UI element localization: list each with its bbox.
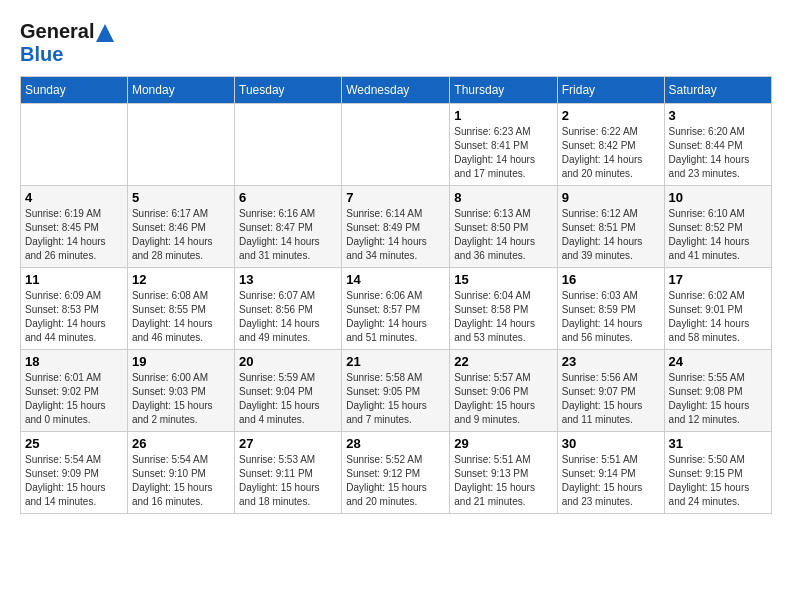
day-info: Sunrise: 6:08 AM Sunset: 8:55 PM Dayligh…: [132, 289, 230, 345]
day-cell: 3Sunrise: 6:20 AM Sunset: 8:44 PM Daylig…: [664, 104, 771, 186]
day-cell: 22Sunrise: 5:57 AM Sunset: 9:06 PM Dayli…: [450, 350, 557, 432]
day-info: Sunrise: 5:57 AM Sunset: 9:06 PM Dayligh…: [454, 371, 552, 427]
day-number: 21: [346, 354, 445, 369]
day-cell: 10Sunrise: 6:10 AM Sunset: 8:52 PM Dayli…: [664, 186, 771, 268]
day-info: Sunrise: 5:58 AM Sunset: 9:05 PM Dayligh…: [346, 371, 445, 427]
day-number: 15: [454, 272, 552, 287]
day-number: 29: [454, 436, 552, 451]
day-cell: 12Sunrise: 6:08 AM Sunset: 8:55 PM Dayli…: [127, 268, 234, 350]
day-number: 16: [562, 272, 660, 287]
day-cell: 2Sunrise: 6:22 AM Sunset: 8:42 PM Daylig…: [557, 104, 664, 186]
col-header-monday: Monday: [127, 77, 234, 104]
day-number: 1: [454, 108, 552, 123]
day-info: Sunrise: 6:00 AM Sunset: 9:03 PM Dayligh…: [132, 371, 230, 427]
day-cell: 31Sunrise: 5:50 AM Sunset: 9:15 PM Dayli…: [664, 432, 771, 514]
day-info: Sunrise: 5:55 AM Sunset: 9:08 PM Dayligh…: [669, 371, 767, 427]
col-header-thursday: Thursday: [450, 77, 557, 104]
day-number: 6: [239, 190, 337, 205]
day-number: 25: [25, 436, 123, 451]
day-cell: 14Sunrise: 6:06 AM Sunset: 8:57 PM Dayli…: [342, 268, 450, 350]
day-number: 14: [346, 272, 445, 287]
day-number: 2: [562, 108, 660, 123]
day-cell: 27Sunrise: 5:53 AM Sunset: 9:11 PM Dayli…: [235, 432, 342, 514]
day-cell: 17Sunrise: 6:02 AM Sunset: 9:01 PM Dayli…: [664, 268, 771, 350]
day-number: 22: [454, 354, 552, 369]
week-row-1: 1Sunrise: 6:23 AM Sunset: 8:41 PM Daylig…: [21, 104, 772, 186]
day-info: Sunrise: 6:10 AM Sunset: 8:52 PM Dayligh…: [669, 207, 767, 263]
col-header-friday: Friday: [557, 77, 664, 104]
day-cell: 28Sunrise: 5:52 AM Sunset: 9:12 PM Dayli…: [342, 432, 450, 514]
day-number: 12: [132, 272, 230, 287]
day-info: Sunrise: 6:09 AM Sunset: 8:53 PM Dayligh…: [25, 289, 123, 345]
day-cell: 19Sunrise: 6:00 AM Sunset: 9:03 PM Dayli…: [127, 350, 234, 432]
day-number: 17: [669, 272, 767, 287]
day-cell: 25Sunrise: 5:54 AM Sunset: 9:09 PM Dayli…: [21, 432, 128, 514]
day-number: 26: [132, 436, 230, 451]
day-cell: 16Sunrise: 6:03 AM Sunset: 8:59 PM Dayli…: [557, 268, 664, 350]
day-cell: 11Sunrise: 6:09 AM Sunset: 8:53 PM Dayli…: [21, 268, 128, 350]
day-info: Sunrise: 6:04 AM Sunset: 8:58 PM Dayligh…: [454, 289, 552, 345]
day-info: Sunrise: 5:50 AM Sunset: 9:15 PM Dayligh…: [669, 453, 767, 509]
day-info: Sunrise: 6:22 AM Sunset: 8:42 PM Dayligh…: [562, 125, 660, 181]
day-cell: 1Sunrise: 6:23 AM Sunset: 8:41 PM Daylig…: [450, 104, 557, 186]
day-info: Sunrise: 6:23 AM Sunset: 8:41 PM Dayligh…: [454, 125, 552, 181]
day-info: Sunrise: 6:13 AM Sunset: 8:50 PM Dayligh…: [454, 207, 552, 263]
day-cell: [342, 104, 450, 186]
day-number: 27: [239, 436, 337, 451]
day-number: 10: [669, 190, 767, 205]
day-info: Sunrise: 5:59 AM Sunset: 9:04 PM Dayligh…: [239, 371, 337, 427]
day-cell: 23Sunrise: 5:56 AM Sunset: 9:07 PM Dayli…: [557, 350, 664, 432]
day-number: 24: [669, 354, 767, 369]
day-info: Sunrise: 6:20 AM Sunset: 8:44 PM Dayligh…: [669, 125, 767, 181]
header-row: SundayMondayTuesdayWednesdayThursdayFrid…: [21, 77, 772, 104]
day-number: 4: [25, 190, 123, 205]
logo: General Blue: [20, 20, 114, 66]
day-info: Sunrise: 5:54 AM Sunset: 9:09 PM Dayligh…: [25, 453, 123, 509]
day-info: Sunrise: 6:14 AM Sunset: 8:49 PM Dayligh…: [346, 207, 445, 263]
day-cell: 7Sunrise: 6:14 AM Sunset: 8:49 PM Daylig…: [342, 186, 450, 268]
day-cell: 18Sunrise: 6:01 AM Sunset: 9:02 PM Dayli…: [21, 350, 128, 432]
day-info: Sunrise: 5:51 AM Sunset: 9:14 PM Dayligh…: [562, 453, 660, 509]
day-number: 9: [562, 190, 660, 205]
day-info: Sunrise: 6:07 AM Sunset: 8:56 PM Dayligh…: [239, 289, 337, 345]
day-cell: [127, 104, 234, 186]
day-number: 28: [346, 436, 445, 451]
day-info: Sunrise: 5:51 AM Sunset: 9:13 PM Dayligh…: [454, 453, 552, 509]
day-number: 31: [669, 436, 767, 451]
day-info: Sunrise: 5:54 AM Sunset: 9:10 PM Dayligh…: [132, 453, 230, 509]
day-cell: 26Sunrise: 5:54 AM Sunset: 9:10 PM Dayli…: [127, 432, 234, 514]
day-info: Sunrise: 6:17 AM Sunset: 8:46 PM Dayligh…: [132, 207, 230, 263]
day-cell: 20Sunrise: 5:59 AM Sunset: 9:04 PM Dayli…: [235, 350, 342, 432]
day-cell: 9Sunrise: 6:12 AM Sunset: 8:51 PM Daylig…: [557, 186, 664, 268]
day-number: 8: [454, 190, 552, 205]
day-number: 18: [25, 354, 123, 369]
day-info: Sunrise: 6:12 AM Sunset: 8:51 PM Dayligh…: [562, 207, 660, 263]
day-number: 13: [239, 272, 337, 287]
day-info: Sunrise: 5:52 AM Sunset: 9:12 PM Dayligh…: [346, 453, 445, 509]
day-number: 30: [562, 436, 660, 451]
svg-marker-0: [96, 24, 114, 42]
day-info: Sunrise: 6:19 AM Sunset: 8:45 PM Dayligh…: [25, 207, 123, 263]
day-number: 23: [562, 354, 660, 369]
col-header-saturday: Saturday: [664, 77, 771, 104]
day-cell: 29Sunrise: 5:51 AM Sunset: 9:13 PM Dayli…: [450, 432, 557, 514]
week-row-4: 18Sunrise: 6:01 AM Sunset: 9:02 PM Dayli…: [21, 350, 772, 432]
day-cell: [235, 104, 342, 186]
day-cell: 13Sunrise: 6:07 AM Sunset: 8:56 PM Dayli…: [235, 268, 342, 350]
day-number: 11: [25, 272, 123, 287]
day-info: Sunrise: 5:56 AM Sunset: 9:07 PM Dayligh…: [562, 371, 660, 427]
col-header-tuesday: Tuesday: [235, 77, 342, 104]
day-number: 3: [669, 108, 767, 123]
day-cell: 30Sunrise: 5:51 AM Sunset: 9:14 PM Dayli…: [557, 432, 664, 514]
day-cell: 15Sunrise: 6:04 AM Sunset: 8:58 PM Dayli…: [450, 268, 557, 350]
day-number: 5: [132, 190, 230, 205]
day-info: Sunrise: 6:06 AM Sunset: 8:57 PM Dayligh…: [346, 289, 445, 345]
day-cell: [21, 104, 128, 186]
logo-icon: [96, 24, 114, 42]
day-cell: 21Sunrise: 5:58 AM Sunset: 9:05 PM Dayli…: [342, 350, 450, 432]
day-cell: 24Sunrise: 5:55 AM Sunset: 9:08 PM Dayli…: [664, 350, 771, 432]
day-cell: 4Sunrise: 6:19 AM Sunset: 8:45 PM Daylig…: [21, 186, 128, 268]
day-info: Sunrise: 5:53 AM Sunset: 9:11 PM Dayligh…: [239, 453, 337, 509]
week-row-5: 25Sunrise: 5:54 AM Sunset: 9:09 PM Dayli…: [21, 432, 772, 514]
day-number: 19: [132, 354, 230, 369]
